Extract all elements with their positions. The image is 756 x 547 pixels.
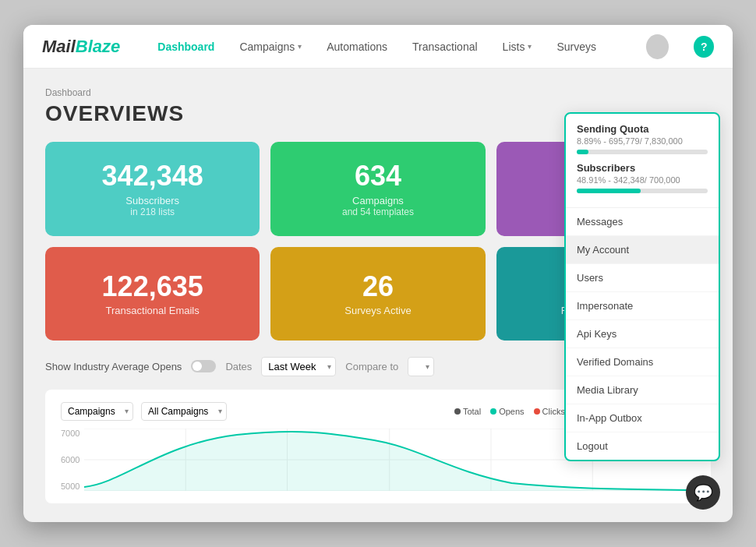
campaigns-number: 634 [355,161,401,192]
y-axis-labels: 7000 6000 5000 [61,429,84,491]
dropdown-item-my-account[interactable]: My Account [566,236,719,264]
dropdown-item-logout[interactable]: Logout [566,432,719,460]
dates-select-wrap[interactable]: Last Week [261,357,336,376]
help-button[interactable]: ? [694,36,714,58]
subscribers-bar-bg [577,189,708,193]
dates-select[interactable]: Last Week [261,357,336,376]
compare-select[interactable] [408,357,434,376]
navbar: MailBlaze Dashboard Campaigns ▾ Automati… [23,25,733,69]
logo[interactable]: MailBlaze [42,37,120,57]
chevron-down-icon: ▾ [298,42,302,51]
subscribers-number: 342,348 [102,161,203,192]
subscribers-sub: 48.91% - 342,348/ 700,000 [577,175,708,185]
opens-dot [490,408,496,415]
subscribers-title: Subscribers [577,162,708,174]
chart-filter1[interactable]: Campaigns [61,402,133,421]
chart-filter2-wrap[interactable]: All Campaigns [141,402,227,421]
compare-label: Compare to [345,361,398,372]
dropdown-menu: MessagesMy AccountUsersImpersonateApi Ke… [566,208,719,460]
compare-select-wrap[interactable] [408,357,434,376]
legend-opens: Opens [490,407,524,416]
sending-quota-title: Sending Quota [577,123,708,135]
app-window: MailBlaze Dashboard Campaigns ▾ Automati… [23,25,733,522]
dropdown-item-in-app-outbox[interactable]: In-App Outbox [566,404,719,432]
subscribers-sub: in 218 lists [130,206,175,217]
chat-button[interactable]: 💬 [686,475,720,510]
dropdown-item-users[interactable]: Users [566,264,719,292]
breadcrumb: Dashboard [45,87,711,98]
chevron-down-icon: ▾ [528,42,532,51]
subscribers-bar-fill [577,189,641,193]
sending-quota-sub: 8.89% - 695,779/ 7,830,000 [577,136,708,146]
chart-filter2[interactable]: All Campaigns [141,402,227,421]
surveys-label: Surveys Active [344,305,411,316]
dropdown-item-impersonate[interactable]: Impersonate [566,292,719,320]
nav-transactional[interactable]: Transactional [412,41,478,53]
card-subscribers[interactable]: 342,348 Subscribers in 218 lists [45,142,260,236]
transactional-number: 122,635 [102,271,203,302]
user-dropdown: Sending Quota 8.89% - 695,779/ 7,830,000… [564,112,720,461]
main-content: Dashboard OVERVIEWS 342,348 Subscribers … [23,69,733,522]
nav-lists[interactable]: Lists ▾ [503,41,532,53]
dropdown-item-api-keys[interactable]: Api Keys [566,320,719,348]
nav-automations[interactable]: Automations [327,41,387,53]
sending-quota-bar-bg [577,150,708,154]
clicks-dot [534,408,540,415]
campaigns-sub: and 54 templates [342,206,414,217]
sending-quota-bar-fill [577,150,588,154]
nav-surveys[interactable]: Surveys [556,41,596,53]
card-campaigns[interactable]: 634 Campaigns and 54 templates [270,142,485,236]
surveys-number: 26 [362,271,394,302]
chart-filter1-wrap[interactable]: Campaigns [61,402,133,421]
industry-toggle[interactable] [191,360,216,372]
dropdown-item-messages[interactable]: Messages [566,208,719,236]
dropdown-item-media-library[interactable]: Media Library [566,376,719,404]
dropdown-item-verified-domains[interactable]: Verified Domains [566,348,719,376]
transactional-label: Transactional Emails [106,305,200,316]
nav-campaigns[interactable]: Campaigns ▾ [239,41,302,53]
dates-label: Dates [225,361,252,372]
total-dot [454,408,461,415]
legend-clicks: Clicks [534,407,565,416]
legend-total: Total [454,407,481,416]
industry-label: Show Industry Average Opens [45,361,182,372]
card-transactional[interactable]: 122,635 Transactional Emails [45,247,260,341]
nav-dashboard[interactable]: Dashboard [157,41,214,53]
card-surveys[interactable]: 26 Surveys Active [270,247,485,341]
avatar[interactable] [646,34,669,59]
campaigns-label: Campaigns [352,195,404,206]
sending-quota-section: Sending Quota 8.89% - 695,779/ 7,830,000… [566,114,719,208]
subscribers-label: Subscribers [125,195,179,206]
